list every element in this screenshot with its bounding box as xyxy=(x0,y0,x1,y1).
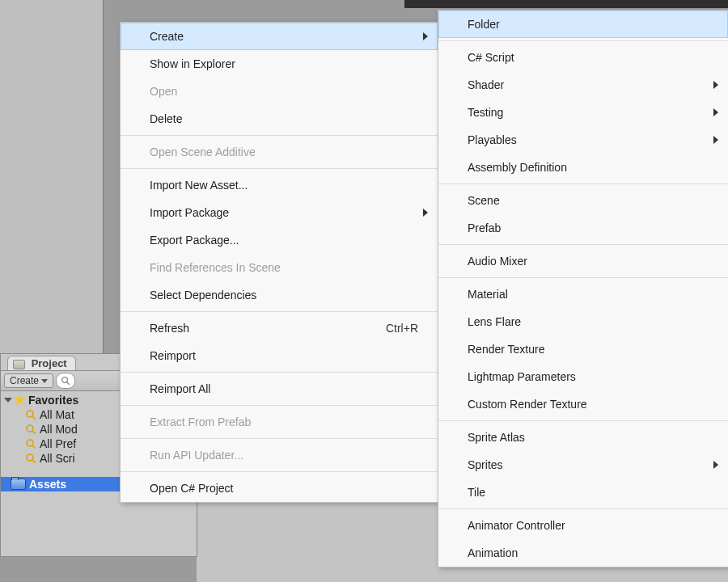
menu-item[interactable]: Sprite Atlas xyxy=(438,424,728,451)
menu-item[interactable]: Reimport All xyxy=(121,375,438,403)
menu-item[interactable]: Lightmap Parameters xyxy=(438,363,728,390)
search-icon xyxy=(25,424,36,435)
menu-item-label: Tile xyxy=(468,479,485,506)
menu-item[interactable]: Folder xyxy=(438,11,728,38)
submenu-arrow-icon xyxy=(713,136,718,144)
menu-item-label: Scene xyxy=(468,187,500,214)
submenu-arrow-icon xyxy=(713,461,718,469)
menu-item: Extract From Prefab xyxy=(121,408,438,436)
menu-item-label: Export Package... xyxy=(150,226,239,254)
menu-item[interactable]: Scene xyxy=(438,187,728,214)
menu-item-label: Testing xyxy=(468,99,503,126)
menu-item[interactable]: Material xyxy=(438,280,728,308)
menu-item-label: Prefab xyxy=(468,214,501,242)
scene-top-dark-strip xyxy=(404,0,728,8)
create-button-label: Create xyxy=(10,375,39,386)
menu-item-label: C# Script xyxy=(468,44,514,71)
search-icon xyxy=(25,453,36,464)
menu-item[interactable]: Shader xyxy=(438,71,728,99)
submenu-arrow-icon xyxy=(423,209,428,217)
menu-item-label: Render Texture xyxy=(468,335,544,363)
menu-item-label: Delete xyxy=(150,105,182,133)
menu-item-label: Material xyxy=(468,280,508,308)
menu-item-label: Extract From Prefab xyxy=(150,408,251,436)
menu-item[interactable]: Import Package xyxy=(121,199,438,226)
dropdown-triangle-icon xyxy=(41,379,48,383)
menu-item-label: Playables xyxy=(468,126,517,154)
menu-item-label: Find References In Scene xyxy=(150,254,281,281)
svg-point-4 xyxy=(27,425,33,432)
menu-item[interactable]: Lens Flare xyxy=(438,308,728,335)
assets-label: Assets xyxy=(29,478,66,491)
menu-item[interactable]: RefreshCtrl+R xyxy=(121,314,438,342)
menu-item[interactable]: Create xyxy=(121,23,438,50)
svg-point-6 xyxy=(27,440,33,446)
folder-icon xyxy=(11,479,26,490)
menu-item: Open Scene Additive xyxy=(121,138,438,166)
menu-item[interactable]: Export Package... xyxy=(121,226,438,254)
submenu-arrow-icon xyxy=(423,32,428,40)
menu-item-label: Animator Controller xyxy=(468,512,565,539)
menu-item: Find References In Scene xyxy=(121,254,438,281)
menu-item[interactable]: Open C# Project xyxy=(121,474,438,502)
svg-point-0 xyxy=(62,377,68,383)
item-label: All Scri xyxy=(40,452,75,465)
item-label: All Mat xyxy=(40,408,74,421)
menu-item-label: Lightmap Parameters xyxy=(468,363,576,390)
menu-item-label: Custom Render Texture xyxy=(468,390,587,418)
menu-item-label: Select Dependencies xyxy=(150,281,256,309)
menu-separator xyxy=(438,183,728,184)
menu-item-label: Create xyxy=(150,23,184,50)
menu-item-label: Animation xyxy=(468,539,518,567)
menu-item[interactable]: Prefab xyxy=(438,214,728,242)
svg-line-7 xyxy=(32,445,36,449)
menu-item-label: Import New Asset... xyxy=(150,171,248,199)
menu-item[interactable]: Animator Controller xyxy=(438,512,728,539)
menu-item[interactable]: Delete xyxy=(121,105,438,133)
menu-separator xyxy=(438,508,728,509)
menu-separator xyxy=(121,405,438,406)
menu-item-label: Sprites xyxy=(468,451,503,479)
menu-item[interactable]: Select Dependencies xyxy=(121,281,438,309)
menu-item[interactable]: Render Texture xyxy=(438,335,728,363)
menu-item-label: Open xyxy=(150,78,177,105)
menu-item[interactable]: Reimport xyxy=(121,342,438,369)
menu-item[interactable]: Import New Asset... xyxy=(121,171,438,199)
project-tab-label: Project xyxy=(32,357,67,369)
menu-item-hotkey: Ctrl+R xyxy=(386,314,418,342)
menu-item: Run API Updater... xyxy=(121,441,438,469)
svg-line-3 xyxy=(32,416,36,420)
disclosure-triangle-icon xyxy=(4,398,12,403)
assets-context-menu: CreateShow in ExplorerOpenDeleteOpen Sce… xyxy=(120,22,438,503)
menu-item-label: Assembly Definition xyxy=(468,154,567,181)
menu-separator xyxy=(121,372,438,373)
menu-item[interactable]: Testing xyxy=(438,99,728,126)
menu-item[interactable]: Animation xyxy=(438,539,728,567)
menu-separator xyxy=(121,168,438,169)
project-tab[interactable]: Project xyxy=(7,356,76,370)
menu-item-label: Shader xyxy=(468,71,504,99)
menu-item-label: Sprite Atlas xyxy=(468,424,525,451)
menu-item[interactable]: Sprites xyxy=(438,451,728,479)
svg-line-9 xyxy=(32,460,36,463)
menu-item-label: Import Package xyxy=(150,199,229,226)
menu-item[interactable]: C# Script xyxy=(438,44,728,71)
menu-item[interactable]: Audio Mixer xyxy=(438,247,728,275)
submenu-arrow-icon xyxy=(713,108,718,116)
search-input[interactable] xyxy=(56,373,75,389)
menu-item: Open xyxy=(121,78,438,105)
menu-item-label: Lens Flare xyxy=(468,308,521,335)
create-button[interactable]: Create xyxy=(4,373,53,388)
menu-separator xyxy=(121,135,438,136)
menu-item[interactable]: Custom Render Texture xyxy=(438,390,728,418)
menu-item[interactable]: Assembly Definition xyxy=(438,154,728,181)
search-icon xyxy=(25,438,36,449)
menu-item[interactable]: Playables xyxy=(438,126,728,154)
menu-separator xyxy=(438,40,728,41)
menu-item[interactable]: Show in Explorer xyxy=(121,50,438,78)
menu-item[interactable]: Tile xyxy=(438,479,728,506)
svg-point-2 xyxy=(27,411,33,417)
item-label: All Mod xyxy=(40,423,78,436)
menu-separator xyxy=(438,244,728,245)
menu-item-label: Reimport xyxy=(150,342,196,369)
